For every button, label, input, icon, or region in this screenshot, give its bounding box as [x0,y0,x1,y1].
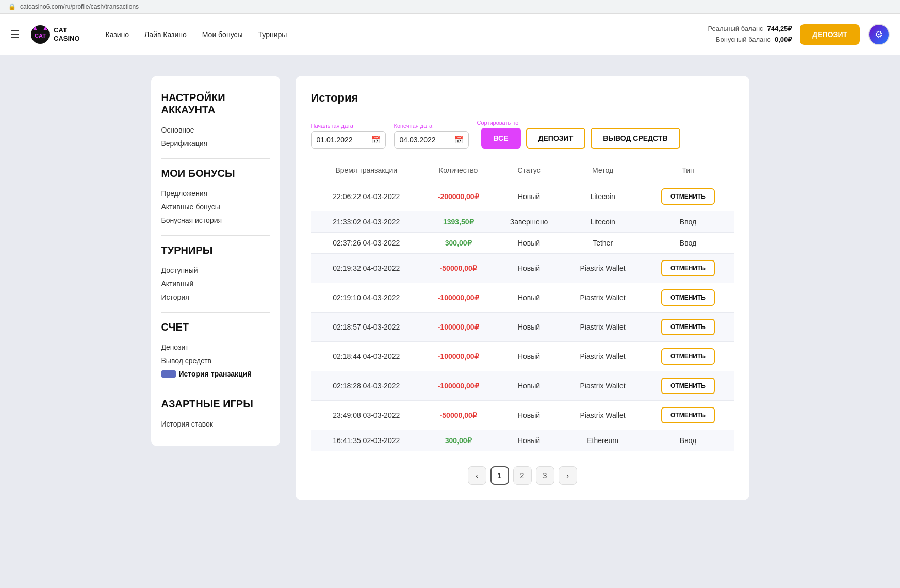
filter-withdraw-btn[interactable]: ВЫВОД СРЕДСТВ [591,128,680,149]
sidebar-section-account: НАСТРОЙКИ АККАУНТА [161,91,270,116]
type-label: Ввод [680,436,696,445]
sort-label: Сортировать по [477,120,680,126]
filter-deposit-btn[interactable]: ДЕПОЗИТ [526,128,586,149]
sidebar-item-osnov[interactable]: Основное [161,123,270,137]
content-area: История Начальная дата 📅 Конечная дата 📅… [296,76,749,500]
sidebar-section-games: АЗАРТНЫЕ ИГРЫ [161,398,270,410]
type-label: Ввод [680,218,696,226]
end-date-input-wrap[interactable]: 📅 [394,131,469,149]
sidebar-section-bonuses: МОИ БОНУСЫ [161,167,270,179]
start-date-input-wrap[interactable]: 📅 [311,131,386,149]
sort-buttons: ВСЕ ДЕПОЗИТ ВЫВОД СРЕДСТВ [481,128,680,149]
filter-sort-group: Сортировать по ВСЕ ДЕПОЗИТ ВЫВОД СРЕДСТВ [477,120,680,149]
cell-method: Piastrix Wallet [563,342,643,371]
table-row: 21:33:02 04-03-2022 1393,50₽ Завершено L… [311,211,734,233]
sidebar-item-deposit[interactable]: Депозит [161,340,270,354]
bonus-balance-label: Бонусный баланс [716,35,771,45]
sidebar-item-transactions[interactable]: История транзакций [161,367,270,381]
table-row: 02:18:44 04-03-2022 -100000,00₽ Новый Pi… [311,342,734,371]
cell-method: Ethereum [563,430,643,451]
cancel-button[interactable]: ОТМЕНИТЬ [661,319,715,335]
col-method: Метод [563,161,643,182]
pagination-page-2[interactable]: 2 [513,466,532,485]
real-balance-value: 744,25₽ [767,24,792,35]
nav-casino[interactable]: Казино [106,30,129,39]
cancel-button[interactable]: ОТМЕНИТЬ [661,260,715,276]
deposit-button[interactable]: ДЕПОЗИТ [800,24,860,45]
cell-status: Новый [495,313,563,342]
cell-method: Tether [563,233,643,254]
cell-amount: -100000,00₽ [422,283,495,313]
pagination-prev[interactable]: ‹ [468,466,486,485]
table-row: 23:49:08 03-03-2022 -50000,00₽ Новый Pia… [311,401,734,430]
avatar-icon: ⚙ [875,29,883,40]
browser-url: catcasino6.com/ru/profile/cash/transacti… [20,3,139,10]
browser-bar: 🔒 catcasino6.com/ru/profile/cash/transac… [0,0,900,14]
cell-type: ОТМЕНИТЬ [642,342,733,371]
main-nav: Казино Лайв Казино Мои бонусы Турниры [106,30,287,39]
sidebar-item-bets-history[interactable]: История ставок [161,417,270,431]
sidebar-item-active-bonuses[interactable]: Активные бонусы [161,200,270,214]
table-row: 02:18:28 04-03-2022 -100000,00₽ Новый Pi… [311,371,734,401]
cell-status: Новый [495,233,563,254]
cell-type: ОТМЕНИТЬ [642,313,733,342]
cell-time: 22:06:22 04-03-2022 [311,182,422,211]
sidebar-item-bonus-history[interactable]: Бонусная история [161,214,270,227]
cell-status: Новый [495,182,563,211]
sidebar-item-offers[interactable]: Предложения [161,187,270,200]
start-date-input[interactable] [317,136,368,144]
sidebar-divider-4 [161,389,270,389]
pagination-page-1[interactable]: 1 [490,466,509,485]
cell-amount: -200000,00₽ [422,182,495,211]
sidebar-item-verif[interactable]: Верификация [161,137,270,150]
cell-status: Новый [495,430,563,451]
pagination-page-3[interactable]: 3 [536,466,554,485]
sidebar-item-tournament-avail[interactable]: Доступный [161,264,270,277]
cell-method: Litecoin [563,211,643,233]
cancel-button[interactable]: ОТМЕНИТЬ [661,289,715,306]
sidebar-section-account2: СЧЕТ [161,321,270,333]
sidebar-item-tournament-active[interactable]: Активный [161,277,270,290]
filter-all-btn[interactable]: ВСЕ [481,128,521,149]
cell-time: 02:37:26 04-03-2022 [311,233,422,254]
type-label: Ввод [680,239,696,247]
nav-bonuses[interactable]: Мои бонусы [202,30,243,39]
cancel-button[interactable]: ОТМЕНИТЬ [661,378,715,394]
sidebar-divider-3 [161,312,270,313]
cell-type: ОТМЕНИТЬ [642,371,733,401]
cell-time: 02:18:44 04-03-2022 [311,342,422,371]
cell-method: Piastrix Wallet [563,283,643,313]
end-date-label: Конечная дата [394,123,469,129]
pagination: ‹ 1 2 3 › [311,466,734,485]
header-right: Реальный баланс 744,25₽ Бонусный баланс … [708,24,890,45]
filters-row: Начальная дата 📅 Конечная дата 📅 Сортиро… [311,120,734,149]
col-time: Время транзакции [311,161,422,182]
cell-type: Ввод [642,233,733,254]
real-balance-label: Реальный баланс [708,24,763,35]
hamburger-menu[interactable]: ☰ [10,28,20,41]
avatar-button[interactable]: ⚙ [868,24,890,45]
cancel-button[interactable]: ОТМЕНИТЬ [661,188,715,205]
nav-tournaments[interactable]: Турниры [258,30,287,39]
sidebar-item-tournament-history[interactable]: История [161,290,270,304]
pagination-next[interactable]: › [559,466,577,485]
cell-status: Завершено [495,211,563,233]
sidebar-item-withdraw[interactable]: Вывод средств [161,354,270,367]
lock-icon: 🔒 [8,3,16,10]
end-date-input[interactable] [400,136,451,144]
transactions-table-wrap: Время транзакции Количество Статус Метод… [311,161,734,451]
cancel-button[interactable]: ОТМЕНИТЬ [661,407,715,423]
cell-time: 02:19:32 04-03-2022 [311,254,422,283]
table-row: 02:19:32 04-03-2022 -50000,00₽ Новый Pia… [311,254,734,283]
calendar-icon-start: 📅 [371,136,380,144]
header: ☰ CAT CAT CASINO Казино Лайв Казино Мои … [0,14,900,55]
sidebar-divider-1 [161,158,270,159]
cell-time: 02:18:57 04-03-2022 [311,313,422,342]
cell-status: Новый [495,254,563,283]
cell-amount: 300,00₽ [422,233,495,254]
filter-start-date-group: Начальная дата 📅 [311,123,386,149]
logo[interactable]: CAT CAT CASINO [30,24,80,45]
cell-method: Piastrix Wallet [563,313,643,342]
cancel-button[interactable]: ОТМЕНИТЬ [661,348,715,365]
nav-live-casino[interactable]: Лайв Казино [144,30,187,39]
